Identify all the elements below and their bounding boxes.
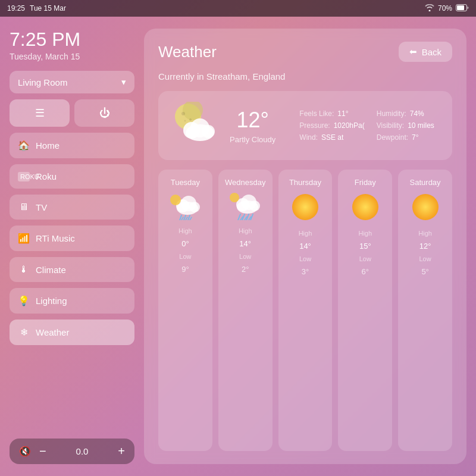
saturday-low: 5° xyxy=(421,267,428,276)
wind-value: SSE at xyxy=(321,133,343,142)
svg-point-36 xyxy=(412,194,439,220)
wifi-icon xyxy=(425,4,434,13)
svg-point-25 xyxy=(249,201,260,211)
clock-display: 7:25 PM xyxy=(10,29,134,51)
thursday-low: 3° xyxy=(302,267,309,276)
visibility-label: Visibility: xyxy=(377,121,404,130)
humidity-label: Humidity: xyxy=(377,109,406,118)
svg-point-35 xyxy=(352,194,378,220)
battery-icon xyxy=(456,4,469,13)
volume-down-button[interactable]: − xyxy=(39,444,46,458)
room-selector[interactable]: Living Room ▾ xyxy=(10,71,134,93)
wednesday-low-label: Low xyxy=(239,253,251,260)
tuesday-low: 9° xyxy=(181,265,189,274)
chevron-down-icon: ▾ xyxy=(121,77,126,87)
svg-point-5 xyxy=(189,118,192,121)
climate-label: Climate xyxy=(36,265,66,275)
back-icon: ⬅ xyxy=(409,46,417,57)
sidebar-item-weather[interactable]: ❄ Weather xyxy=(10,320,134,345)
weather-details: Feels Like: 11° Humidity: 74% Pressure: … xyxy=(299,109,440,142)
saturday-label: Saturday xyxy=(410,178,441,187)
pressure-row: Pressure: 1020hPa( xyxy=(299,121,364,130)
wind-label: Wind: xyxy=(299,133,318,142)
friday-label: Friday xyxy=(355,178,376,187)
saturday-high-label: High xyxy=(418,230,432,237)
sidebar-item-rti-music[interactable]: 📶 RTi Music xyxy=(10,226,134,251)
current-weather-icon xyxy=(170,102,218,149)
status-date: Tue 15 Mar xyxy=(30,4,66,12)
menu-button[interactable]: ☰ xyxy=(10,99,70,127)
volume-bar: 🔇 − 0.0 + xyxy=(10,439,134,464)
svg-rect-1 xyxy=(457,5,464,10)
wednesday-label: Wednesday xyxy=(225,178,265,187)
main-container: 7:25 PM Tuesday, March 15 Living Room ▾ … xyxy=(0,17,476,476)
control-row: ☰ ⏻ xyxy=(10,99,134,127)
roku-icon: ROKU xyxy=(18,172,30,181)
saturday-low-label: Low xyxy=(419,255,431,262)
dewpoint-row: Dewpoint: 7° xyxy=(377,133,440,142)
location-text: Currently in Streatham, England xyxy=(158,71,452,82)
sidebar-item-home[interactable]: 🏠 Home xyxy=(10,133,134,158)
sidebar-item-tv[interactable]: 🖥 TV xyxy=(10,195,134,220)
friday-low-label: Low xyxy=(359,255,371,262)
mute-button[interactable]: 🔇 xyxy=(19,446,31,457)
sidebar: 7:25 PM Tuesday, March 15 Living Room ▾ … xyxy=(10,29,134,464)
back-button[interactable]: ⬅ Back xyxy=(399,42,452,62)
humidity-row: Humidity: 74% xyxy=(377,109,440,118)
lighting-label: Lighting xyxy=(36,296,67,306)
tuesday-low-label: Low xyxy=(179,253,191,260)
svg-point-34 xyxy=(292,194,318,220)
rti-music-label: RTi Music xyxy=(36,233,75,243)
feels-like-label: Feels Like: xyxy=(299,109,334,118)
music-icon: 📶 xyxy=(18,233,30,244)
volume-value: 0.0 xyxy=(55,446,110,456)
saturday-high: 12° xyxy=(419,242,431,250)
sidebar-item-lighting[interactable]: 💡 Lighting xyxy=(10,288,134,314)
panel-title: Weather xyxy=(158,43,217,61)
svg-line-27 xyxy=(238,214,240,220)
wednesday-icon xyxy=(230,192,261,223)
sidebar-item-roku[interactable]: ROKU Roku xyxy=(10,164,134,189)
friday-icon xyxy=(350,192,381,225)
wednesday-high: 14° xyxy=(239,239,251,248)
svg-line-19 xyxy=(181,217,183,220)
forecast-friday: Friday High 15° Low 6° xyxy=(338,170,392,451)
svg-point-14 xyxy=(189,202,200,212)
status-bar: 19:25 Tue 15 Mar 70% xyxy=(0,0,476,17)
content-header: Weather ⬅ Back xyxy=(158,42,452,62)
thursday-high-label: High xyxy=(299,230,312,237)
power-icon: ⏻ xyxy=(99,107,110,120)
sidebar-item-climate[interactable]: 🌡 Climate xyxy=(10,257,134,282)
power-button[interactable]: ⏻ xyxy=(74,99,134,127)
battery-text: 70% xyxy=(438,4,452,12)
home-label: Home xyxy=(36,140,60,151)
thursday-label: Thursday xyxy=(289,178,321,187)
current-temp-block: 12° Partly Cloudy xyxy=(230,108,275,144)
forecast-grid: Tuesday xyxy=(158,170,452,451)
current-temp: 12° xyxy=(230,108,275,133)
tuesday-label: Tuesday xyxy=(171,178,200,187)
time-block: 7:25 PM Tuesday, March 15 xyxy=(10,29,134,61)
lighting-icon: 💡 xyxy=(18,295,30,306)
forecast-tuesday: Tuesday xyxy=(158,170,212,451)
forecast-wednesday: Wednesday xyxy=(218,170,273,451)
svg-line-20 xyxy=(186,217,187,220)
content-panel: Weather ⬅ Back Currently in Streatham, E… xyxy=(144,29,466,464)
current-weather-card: 12° Partly Cloudy Feels Like: 11° Humidi… xyxy=(158,91,452,160)
pressure-label: Pressure: xyxy=(299,121,330,130)
tuesday-high-label: High xyxy=(178,227,192,234)
home-icon: 🏠 xyxy=(18,140,30,151)
svg-line-21 xyxy=(190,217,192,220)
tv-label: TV xyxy=(36,202,47,212)
svg-line-16 xyxy=(180,215,181,220)
friday-high: 15° xyxy=(359,242,371,250)
feels-like-row: Feels Like: 11° xyxy=(299,109,364,118)
climate-icon: 🌡 xyxy=(18,264,30,275)
volume-up-button[interactable]: + xyxy=(118,444,125,458)
thursday-low-label: Low xyxy=(299,255,311,262)
wind-row: Wind: SSE at xyxy=(299,133,364,142)
svg-line-17 xyxy=(184,215,186,220)
status-time: 19:25 xyxy=(7,4,25,12)
friday-low: 6° xyxy=(362,267,369,276)
thursday-high: 14° xyxy=(299,242,311,250)
